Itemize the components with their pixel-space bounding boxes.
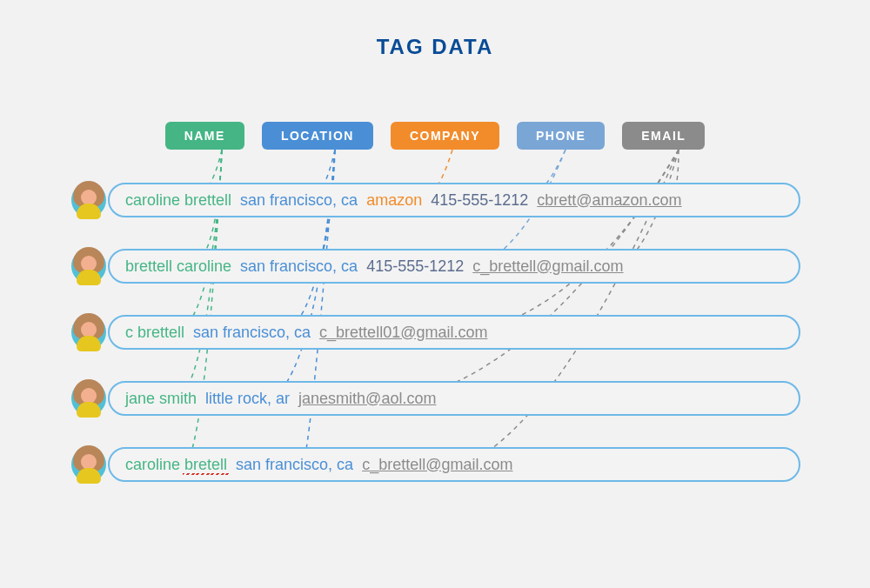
data-row: jane smith little rock, ar janesmith@aol… <box>70 381 800 416</box>
record-pill: brettell caroline san francisco, ca 415-… <box>108 249 800 284</box>
field-name: c brettell <box>125 324 184 342</box>
data-rows: caroline brettell san francisco, ca amaz… <box>70 183 800 513</box>
field-phone: 415-555-1212 <box>366 257 464 276</box>
avatar-icon <box>66 442 111 487</box>
field-location: san francisco, ca <box>240 191 358 210</box>
avatar-icon <box>66 244 111 289</box>
avatar-icon <box>66 376 111 421</box>
tag-location: LOCATION <box>262 122 373 150</box>
spellcheck-underline-icon <box>183 473 230 475</box>
record-pill: caroline bretell san francisco, ca c_bre… <box>108 447 800 482</box>
field-location: san francisco, ca <box>193 324 311 342</box>
field-name: caroline bretell <box>125 456 227 474</box>
page-title: TAG DATA <box>0 0 870 59</box>
tag-phone: PHONE <box>517 122 605 150</box>
tag-header-row: NAME LOCATION COMPANY PHONE EMAIL <box>0 122 870 150</box>
field-name: brettell caroline <box>125 257 231 276</box>
data-row: c brettell san francisco, ca c_brettell0… <box>70 315 800 350</box>
field-company: amazon <box>366 191 422 210</box>
avatar-icon <box>66 177 111 223</box>
field-email: c_brettell01@gmail.com <box>319 324 487 342</box>
record-pill: c brettell san francisco, ca c_brettell0… <box>108 315 800 350</box>
field-email: cbrett@amazon.com <box>537 191 681 210</box>
tag-name: NAME <box>165 122 244 150</box>
tag-company: COMPANY <box>391 122 499 150</box>
field-name: jane smith <box>125 390 197 408</box>
field-location: san francisco, ca <box>236 456 353 474</box>
field-email: janesmith@aol.com <box>298 390 436 408</box>
record-pill: jane smith little rock, ar janesmith@aol… <box>108 381 800 416</box>
avatar-icon <box>66 310 111 355</box>
data-row: caroline brettell san francisco, ca amaz… <box>70 183 800 217</box>
field-email: c_brettell@gmail.com <box>472 257 623 276</box>
data-row: caroline bretell san francisco, ca c_bre… <box>70 447 800 482</box>
field-name-text: caroline bretell <box>125 456 227 473</box>
field-location: san francisco, ca <box>240 257 358 276</box>
record-pill: caroline brettell san francisco, ca amaz… <box>108 183 800 217</box>
field-location: little rock, ar <box>205 390 290 408</box>
tag-email: EMAIL <box>622 122 705 150</box>
field-name: caroline brettell <box>125 191 231 210</box>
field-email: c_brettell@gmail.com <box>362 456 512 474</box>
data-row: brettell caroline san francisco, ca 415-… <box>70 249 800 284</box>
field-phone: 415-555-1212 <box>431 191 528 210</box>
